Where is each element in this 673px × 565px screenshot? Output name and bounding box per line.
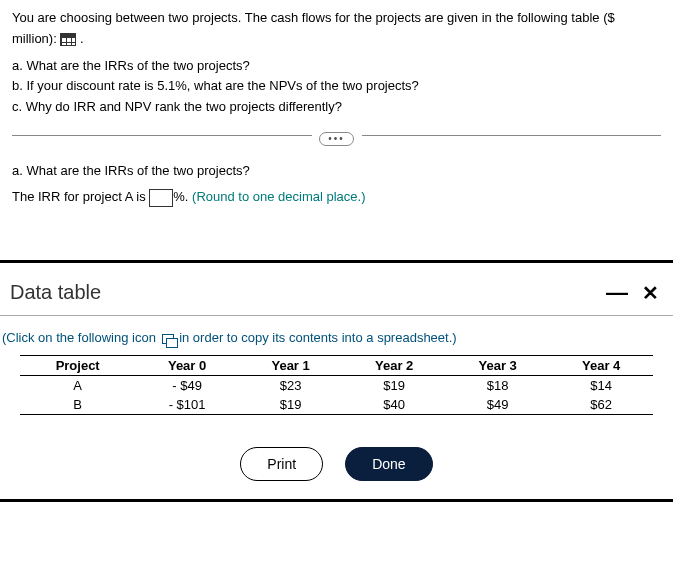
panel-title: Data table [10,281,101,304]
table-cell: $49 [446,395,550,415]
table-icon[interactable] [60,33,76,46]
table-header: Project [20,355,135,375]
table-cell: $62 [549,395,653,415]
table-cell: $18 [446,375,550,395]
click-after: in order to copy its contents into a spr… [176,330,457,345]
intro-after: . [76,31,83,46]
question-c: c. Why do IRR and NPV rank the two proje… [12,97,661,118]
click-before: (Click on the following icon [2,330,160,345]
irr-input[interactable] [149,189,173,207]
intro-text: You are choosing between two projects. T… [12,8,661,50]
table-header: Year 4 [549,355,653,375]
question-section: You are choosing between two projects. T… [0,0,673,210]
bottom-rule [0,499,673,502]
table-header: Year 0 [135,355,239,375]
table-cell: $40 [342,395,446,415]
panel-controls: — ✕ [606,281,659,305]
intro-before: You are choosing between two projects. T… [12,10,615,46]
table-header: Year 2 [342,355,446,375]
data-table-panel: Data table — ✕ (Click on the following i… [0,260,673,502]
table-cell: - $101 [135,395,239,415]
ellipsis-icon[interactable]: ••• [319,132,354,146]
done-button[interactable]: Done [345,447,432,481]
answer-hint: (Round to one decimal place.) [192,189,365,204]
panel-header: Data table — ✕ [0,263,673,315]
cashflow-table: Project Year 0 Year 1 Year 2 Year 3 Year… [20,355,653,415]
print-button[interactable]: Print [240,447,323,481]
table-cell: A [20,375,135,395]
button-row: Print Done [0,447,673,481]
table-cell: $19 [342,375,446,395]
table-header: Year 3 [446,355,550,375]
table-row: B - $101 $19 $40 $49 $62 [20,395,653,415]
table-header-row: Project Year 0 Year 1 Year 2 Year 3 Year… [20,355,653,375]
table-cell: - $49 [135,375,239,395]
question-b: b. If your discount rate is 5.1%, what a… [12,76,661,97]
minimize-icon[interactable]: — [606,288,628,298]
answer-after: %. [173,189,192,204]
table-cell: $14 [549,375,653,395]
answer-block: a. What are the IRRs of the two projects… [12,158,661,210]
answer-line: The IRR for project A is %. (Round to on… [12,184,661,210]
question-list: a. What are the IRRs of the two projects… [12,56,661,118]
answer-before: The IRR for project A is [12,189,149,204]
panel-body: (Click on the following icon in order to… [0,315,673,502]
table-cell: B [20,395,135,415]
table-header: Year 1 [239,355,343,375]
copy-icon[interactable] [162,334,174,344]
question-a: a. What are the IRRs of the two projects… [12,56,661,77]
table-cell: $19 [239,395,343,415]
table-cell: $23 [239,375,343,395]
close-icon[interactable]: ✕ [642,281,659,305]
table-row: A - $49 $23 $19 $18 $14 [20,375,653,395]
answer-heading: a. What are the IRRs of the two projects… [12,158,661,184]
section-divider: ••• [12,130,661,140]
copy-instruction: (Click on the following icon in order to… [0,330,673,355]
